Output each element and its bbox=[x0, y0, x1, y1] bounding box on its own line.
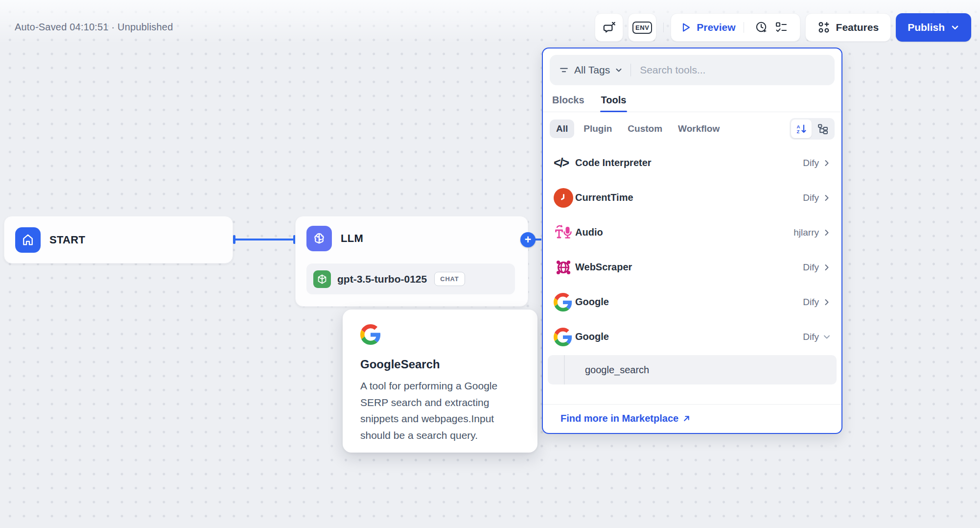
all-tags-dropdown[interactable]: All Tags bbox=[559, 64, 623, 76]
preview-button[interactable]: Preview bbox=[680, 22, 743, 33]
tool-row-audio[interactable]: Audio hjlarry bbox=[548, 215, 837, 250]
block-selector-panel: All Tags Blocks Tools All Plugin Custom … bbox=[542, 48, 842, 434]
search-input[interactable] bbox=[639, 64, 826, 76]
code-icon: </> bbox=[554, 156, 568, 170]
sort-az-button[interactable]: A Z bbox=[791, 120, 812, 138]
env-icon: ENV bbox=[632, 22, 652, 34]
model-name: gpt-3.5-turbo-0125 bbox=[337, 273, 427, 285]
start-node-title: START bbox=[49, 234, 85, 246]
home-icon bbox=[15, 227, 41, 253]
chevron-right-icon bbox=[823, 194, 831, 202]
tool-type-filters: All Plugin Custom Workflow A Z bbox=[543, 112, 841, 144]
tab-tools[interactable]: Tools bbox=[600, 90, 628, 112]
brain-icon bbox=[306, 226, 332, 251]
start-node[interactable]: START bbox=[4, 216, 233, 264]
search-divider bbox=[630, 64, 631, 76]
checklist-icon bbox=[774, 21, 788, 34]
filter-all[interactable]: All bbox=[550, 120, 574, 138]
tab-blocks[interactable]: Blocks bbox=[551, 90, 585, 112]
sort-az-icon: A Z bbox=[795, 123, 807, 135]
filter-icon bbox=[559, 65, 569, 75]
llm-node[interactable]: LLM gpt-3.5-turbo-0125 CHAT bbox=[295, 216, 528, 307]
features-icon bbox=[817, 21, 830, 34]
google-icon bbox=[554, 328, 572, 346]
panel-tabs: Blocks Tools bbox=[543, 90, 841, 112]
run-group: Preview bbox=[671, 13, 800, 42]
svg-text:Z: Z bbox=[797, 129, 800, 134]
tree-view-button[interactable] bbox=[813, 120, 833, 138]
tool-row-webscraper[interactable]: WebScraper Dify bbox=[548, 250, 837, 285]
chevron-down-icon bbox=[823, 333, 831, 341]
marketplace-link[interactable]: Find more in Marketplace bbox=[560, 413, 691, 424]
chat-annotation-icon bbox=[602, 20, 616, 35]
model-selector[interactable]: gpt-3.5-turbo-0125 CHAT bbox=[306, 264, 515, 294]
publish-button[interactable]: Publish bbox=[896, 13, 971, 42]
llm-node-title: LLM bbox=[341, 232, 363, 245]
chevron-right-icon bbox=[823, 159, 831, 167]
pill-divider bbox=[744, 22, 744, 33]
web-scraper-icon bbox=[554, 258, 573, 277]
edge-stub bbox=[535, 239, 541, 240]
model-mode-badge: CHAT bbox=[434, 272, 465, 286]
chevron-right-icon bbox=[823, 298, 831, 306]
search-bar: All Tags bbox=[550, 55, 835, 85]
workflow-editor: Auto-Saved 04:10:51 · Unpublished START … bbox=[0, 0, 980, 528]
tool-row-currenttime[interactable]: CurrentTime Dify bbox=[548, 180, 837, 215]
env-variables-button[interactable]: ENV bbox=[628, 13, 656, 42]
tool-list: </> Code Interpreter Dify CurrentTime Di… bbox=[543, 144, 841, 404]
svg-text:A: A bbox=[797, 124, 800, 129]
tool-row-google-expanded[interactable]: Google Dify bbox=[548, 319, 837, 354]
clock-icon bbox=[554, 188, 573, 208]
chevron-right-icon bbox=[823, 229, 831, 237]
filter-custom[interactable]: Custom bbox=[621, 120, 669, 138]
run-history-button[interactable] bbox=[752, 18, 771, 37]
tool-detail-tooltip: GoogleSearch A tool for performing a Goo… bbox=[343, 310, 537, 453]
add-node-button[interactable]: + bbox=[520, 232, 536, 247]
features-button[interactable]: Features bbox=[805, 13, 891, 42]
chevron-right-icon bbox=[823, 264, 831, 271]
tooltip-description: A tool for performing a Google SERP sear… bbox=[360, 378, 520, 443]
tool-row-code-interpreter[interactable]: </> Code Interpreter Dify bbox=[548, 145, 837, 180]
google-logo bbox=[360, 324, 520, 345]
toolbar-divider bbox=[663, 23, 664, 32]
tool-row-google[interactable]: Google Dify bbox=[548, 285, 837, 319]
text-to-speech-icon bbox=[554, 223, 573, 242]
openai-icon bbox=[313, 270, 331, 288]
annotation-button[interactable] bbox=[595, 13, 623, 42]
external-link-icon bbox=[682, 414, 691, 423]
google-icon bbox=[554, 293, 572, 312]
checklist-button[interactable] bbox=[771, 18, 791, 37]
panel-footer: Find more in Marketplace bbox=[543, 404, 841, 433]
tree-view-icon bbox=[817, 123, 829, 135]
tooltip-title: GoogleSearch bbox=[360, 358, 520, 371]
filter-plugin[interactable]: Plugin bbox=[577, 120, 618, 138]
toolbar: ENV Preview bbox=[595, 13, 971, 42]
view-toggle: A Z bbox=[790, 118, 835, 140]
run-history-icon bbox=[755, 21, 769, 34]
filter-workflow[interactable]: Workflow bbox=[672, 120, 726, 138]
play-icon bbox=[680, 22, 692, 33]
chevron-down-icon bbox=[951, 23, 959, 32]
edge-start-to-llm bbox=[233, 239, 296, 240]
tool-item-google-search[interactable]: google_search bbox=[548, 355, 837, 384]
autosave-status: Auto-Saved 04:10:51 · Unpublished bbox=[15, 22, 173, 33]
chevron-down-icon bbox=[615, 66, 623, 74]
